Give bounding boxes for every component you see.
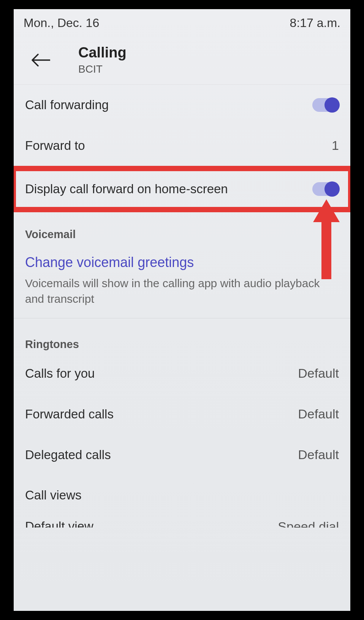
- default-view-label: Default view: [25, 519, 93, 528]
- page-subtitle: BCIT: [78, 63, 127, 75]
- status-date: Mon., Dec. 16: [24, 16, 99, 30]
- forward-to-label: Forward to: [25, 138, 85, 153]
- default-view-value: Speed dial: [278, 519, 339, 528]
- status-time: 8:17 a.m.: [290, 16, 340, 30]
- ringtones-section-header: Ringtones: [14, 318, 350, 353]
- highlighted-setting: Display call forward on home-screen: [14, 166, 350, 212]
- call-views-label: Call views: [25, 488, 82, 502]
- ringtone-item-label: Calls for you: [25, 366, 95, 381]
- ringtone-item-label: Delegated calls: [25, 448, 111, 462]
- ringtone-delegated-row[interactable]: Delegated calls Default: [14, 434, 350, 475]
- call-forwarding-row[interactable]: Call forwarding: [14, 85, 350, 125]
- call-views-row[interactable]: Call views: [14, 475, 350, 508]
- call-forwarding-label: Call forwarding: [25, 98, 109, 112]
- ringtone-item-label: Forwarded calls: [25, 407, 114, 421]
- voicemail-description: Voicemails will show in the calling app …: [14, 276, 350, 318]
- display-home-label: Display call forward on home-screen: [25, 182, 228, 196]
- display-home-row[interactable]: Display call forward on home-screen: [14, 166, 350, 212]
- default-view-row[interactable]: Default view Speed dial: [14, 508, 350, 528]
- back-arrow-icon[interactable]: [31, 52, 52, 68]
- page-title: Calling: [78, 45, 127, 61]
- status-bar: Mon., Dec. 16 8:17 a.m.: [14, 9, 350, 33]
- page-header: Calling BCIT: [14, 33, 350, 85]
- call-forwarding-toggle[interactable]: [312, 98, 339, 112]
- forward-to-row[interactable]: Forward to 1: [14, 125, 350, 166]
- ringtone-forwarded-row[interactable]: Forwarded calls Default: [14, 394, 350, 434]
- ringtone-calls-for-you-row[interactable]: Calls for you Default: [14, 353, 350, 394]
- display-home-toggle[interactable]: [312, 182, 339, 196]
- voicemail-section-header: Voicemail: [14, 212, 350, 243]
- change-voicemail-link[interactable]: Change voicemail greetings: [14, 243, 350, 276]
- settings-screen: Mon., Dec. 16 8:17 a.m. Calling BCIT Cal…: [14, 9, 350, 611]
- forward-to-value: 1: [332, 138, 339, 153]
- ringtone-item-value: Default: [298, 366, 339, 381]
- ringtone-item-value: Default: [298, 407, 339, 421]
- ringtone-item-value: Default: [298, 447, 339, 462]
